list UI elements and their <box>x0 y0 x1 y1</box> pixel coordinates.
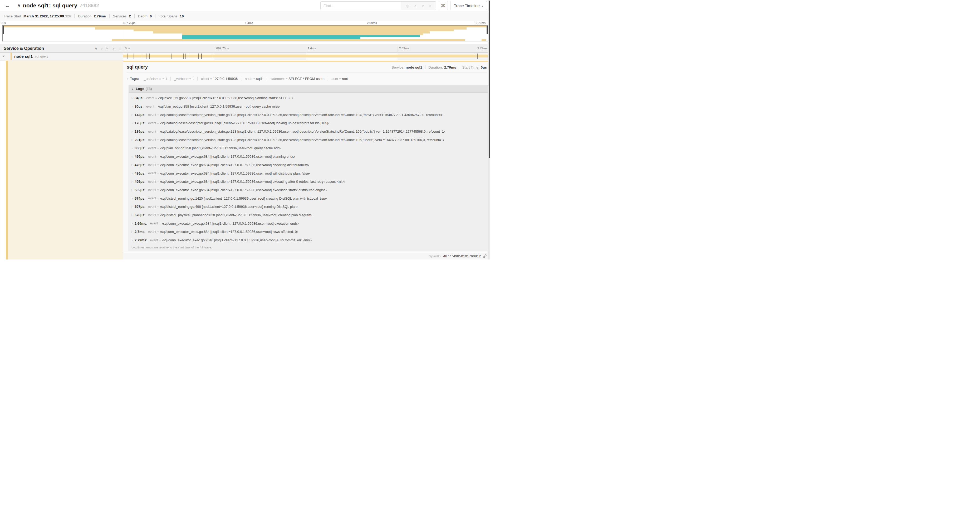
tags-row[interactable]: › Tags: _unfinished=1_verbose=1client=12… <box>127 75 351 82</box>
log-field-key: event <box>150 222 158 225</box>
ruler-tick-label: 697.75μs <box>216 47 229 50</box>
trace-title-wrap: ∨ node sql1: sql query 7418682 <box>18 2 99 9</box>
find-target-icon[interactable]: ◎ <box>406 4 409 8</box>
minimap-tick-labels: 0μs697.75μs1.4ms2.09ms2.79ms <box>0 21 488 25</box>
span-collapse-icon[interactable]: ∨ <box>3 54 5 58</box>
log-row[interactable]: ›574μs:event=‹sql/distsql_running.go:142… <box>129 194 488 203</box>
log-row[interactable]: ›476μs:event=‹sql/conn_executor_exec.go:… <box>129 161 488 169</box>
tag-key: client <box>201 77 209 81</box>
find-next-icon[interactable]: ∨ <box>422 4 424 8</box>
collapse-all-icon[interactable]: » <box>105 48 110 50</box>
log-row[interactable]: ›486μs:event=‹sql/conn_executor_exec.go:… <box>129 169 488 177</box>
log-row[interactable]: ›459μs:event=‹sql/conn_executor_exec.go:… <box>129 152 488 161</box>
minimap-span-bar <box>112 39 465 41</box>
summary-item-label: Duration <box>78 14 92 18</box>
log-timestamp: 142μs: <box>135 113 145 117</box>
scrollbar-thumb[interactable] <box>489 0 490 158</box>
find-box: ◎ ∧ ∨ × <box>320 1 436 10</box>
log-marker-tick[interactable] <box>187 54 187 59</box>
deep-link-icon[interactable] <box>483 254 487 258</box>
log-marker-tick[interactable] <box>134 54 134 59</box>
tag-item: statement=SELECT * FROM users <box>266 77 328 81</box>
log-field-value: ‹sql/conn_executor_exec.go:2046 [nsql1,c… <box>162 238 312 242</box>
find-input[interactable] <box>321 2 401 10</box>
log-field-key: event <box>148 155 156 158</box>
equals-sign: = <box>157 155 159 158</box>
minimap-tick-label: 697.75μs <box>123 21 135 24</box>
span-row-label[interactable]: ∨ node sql1 sql query <box>0 53 123 60</box>
minimap-span-bar <box>482 39 486 41</box>
log-field-value: ‹sql/catalog/lease/descriptor_version_st… <box>160 113 444 117</box>
log-row[interactable]: ›2.7ms:event=‹sql/conn_executor_exec.go:… <box>129 228 488 236</box>
log-row[interactable]: ›502μs:event=‹sql/conn_executor_exec.go:… <box>129 186 488 194</box>
log-row[interactable]: ›495μs:event=‹sql/conn_executor_exec.go:… <box>129 177 488 186</box>
collapse-trace-icon[interactable]: ∨ <box>18 3 21 8</box>
tag-value: 1 <box>192 77 194 81</box>
log-timestamp: 189μs: <box>135 129 145 133</box>
span-service-name: node sql1 <box>14 54 33 59</box>
log-field-value: ‹sql/catalog/lease/descriptor_version_st… <box>160 129 445 133</box>
collapse-one-icon[interactable]: ∨ <box>95 46 97 51</box>
log-row[interactable]: ›597μs:event=‹sql/distsql_running.go:498… <box>129 203 488 211</box>
log-marker-tick[interactable] <box>212 54 212 59</box>
back-arrow-icon: ← <box>5 3 10 9</box>
scrollbar-track[interactable] <box>488 0 490 260</box>
log-field-value: ‹sql/catalog/lease/descriptor_version_st… <box>160 138 444 142</box>
log-row[interactable]: ›176μs:event=‹sql/catalog/descs/descript… <box>129 119 488 128</box>
minimap-right-handle[interactable] <box>487 26 488 34</box>
log-marker-tick[interactable] <box>146 54 146 59</box>
log-marker-tick[interactable] <box>183 54 184 59</box>
timeline-minimap[interactable] <box>2 25 488 42</box>
view-select-button[interactable]: Trace Timeline ∨ <box>450 1 487 10</box>
tag-item: client=127.0.0.1:59936 <box>197 77 241 81</box>
span-timeline-cell[interactable] <box>123 53 489 60</box>
log-marker-tick[interactable] <box>171 54 171 59</box>
keyboard-shortcuts-button[interactable]: ⌘ <box>439 1 448 10</box>
log-row[interactable]: ›201μs:event=‹sql/catalog/lease/descript… <box>129 136 488 144</box>
log-marker-tick[interactable] <box>148 54 148 59</box>
log-field-value: ‹sql/distsql_running.go:1420 [nsql1,clie… <box>160 196 327 200</box>
summary-item: Trace Start March 31 2022, 17:25:09.326 <box>4 14 71 18</box>
log-row[interactable]: ›142μs:event=‹sql/catalog/lease/descript… <box>129 110 488 119</box>
find-prev-icon[interactable]: ∧ <box>414 4 417 8</box>
span-duration-bar <box>123 54 489 57</box>
log-marker-tick[interactable] <box>198 54 199 59</box>
equals-sign: = <box>210 77 212 80</box>
summary-item-value: March 31 2022, 17:25:09 <box>24 14 64 18</box>
log-field-value: ‹sql/conn_executor_exec.go:684 [nsql1,cl… <box>160 188 327 192</box>
chevron-right-icon: › <box>132 138 132 142</box>
log-timestamp: 574μs: <box>135 196 145 200</box>
log-row[interactable]: ›366μs:event=‹sql/plan_opt.go:358 [nsql1… <box>129 144 488 152</box>
command-icon: ⌘ <box>441 3 445 8</box>
chevron-right-icon: › <box>132 213 132 217</box>
log-field-key: event <box>146 96 154 100</box>
log-row[interactable]: ›34μs:event=‹sql/exec_util.go:2297 [nsql… <box>129 94 488 102</box>
log-timestamp: 502μs: <box>135 188 145 192</box>
meta-label: Service: <box>391 65 404 69</box>
logs-header[interactable]: ∨ Logs (18) <box>129 85 488 93</box>
column-resizer-grip[interactable]: ∥ <box>119 47 121 50</box>
minimap-left-handle[interactable] <box>3 26 4 34</box>
tag-value: SELECT * FROM users <box>288 77 324 81</box>
expand-all-icon[interactable]: » <box>113 46 115 51</box>
log-row[interactable]: ›2.69ms:event=‹sql/conn_executor_exec.go… <box>129 219 488 228</box>
log-row[interactable]: ›678μs:event=‹sql/distsql_physical_plann… <box>129 211 488 219</box>
expand-one-icon[interactable]: › <box>102 46 103 51</box>
detail-left-column <box>0 61 123 260</box>
log-field-value: ‹sql/distsql_physical_planner.go:828 [ns… <box>160 213 312 217</box>
find-clear-icon[interactable]: × <box>429 4 431 8</box>
chevron-right-icon: › <box>127 77 128 81</box>
log-row[interactable]: ›80μs:event=‹sql/plan_opt.go:358 [nsql1,… <box>129 102 488 111</box>
meta-label: Duration: <box>428 65 443 69</box>
chevron-right-icon: › <box>132 222 132 225</box>
log-marker-tick[interactable] <box>477 54 477 59</box>
log-marker-tick[interactable] <box>201 54 202 59</box>
log-row[interactable]: ›2.79ms:event=‹sql/conn_executor_exec.go… <box>129 236 488 244</box>
log-row[interactable]: ›189μs:event=‹sql/catalog/lease/descript… <box>129 128 488 136</box>
tag-key: user <box>331 77 338 81</box>
equals-sign: = <box>286 77 287 80</box>
log-marker-tick[interactable] <box>127 54 128 59</box>
back-button[interactable]: ← <box>0 0 15 11</box>
log-field-key: event <box>148 121 156 125</box>
log-field-key: event <box>148 146 156 150</box>
